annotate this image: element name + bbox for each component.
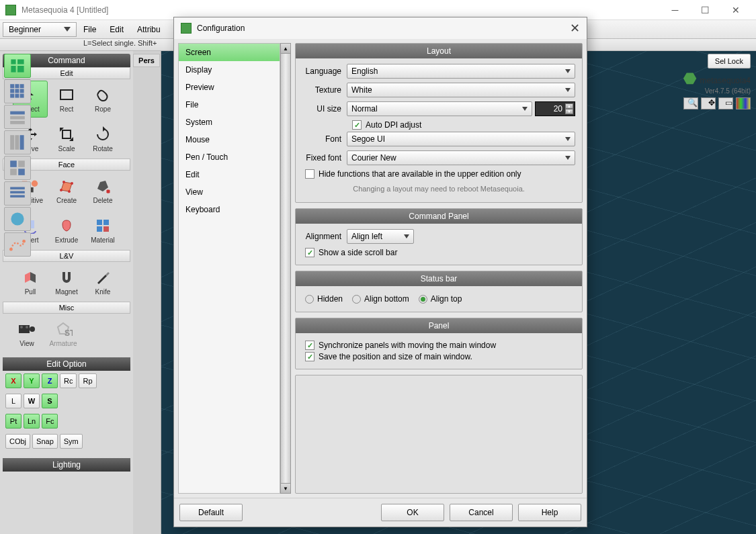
grid9-icon[interactable] xyxy=(4,79,31,103)
svg-rect-32 xyxy=(10,112,25,115)
grid-icon[interactable] xyxy=(4,54,31,78)
row-icon[interactable] xyxy=(4,105,31,129)
tool-pull[interactable]: Pull xyxy=(13,263,48,300)
save-position-checkbox[interactable]: Save the position and size of main windo… xyxy=(305,352,575,361)
axis-x[interactable]: X xyxy=(5,373,22,388)
cat-view[interactable]: View xyxy=(179,183,280,201)
cmdpanel-header: Command Panel xyxy=(296,209,582,224)
mode-dropdown[interactable]: Beginner xyxy=(3,22,77,37)
menu-file[interactable]: File xyxy=(77,20,103,39)
default-button[interactable]: Default xyxy=(179,504,243,521)
tool-view[interactable]: View xyxy=(9,315,44,352)
app-icon xyxy=(5,5,16,15)
reboot-hint: Changing a layout may need to reboot Met… xyxy=(302,181,575,197)
radio-align-bottom[interactable]: Align bottom xyxy=(352,294,409,304)
svg-text:STD: STD xyxy=(65,328,73,337)
brand: ⬣ metasequoia4 Ver4.7.5 (64bit) 🔍 ✥ ▭ xyxy=(683,70,751,109)
tool-extrude[interactable]: Extrude xyxy=(49,212,84,249)
cat-system[interactable]: System xyxy=(179,114,280,131)
opt-rc[interactable]: Rc xyxy=(60,373,77,388)
tool-create[interactable]: Create xyxy=(49,172,84,209)
spin-down-icon[interactable]: ▼ xyxy=(565,109,573,114)
opt-w[interactable]: W xyxy=(24,394,40,408)
opt-s[interactable]: S xyxy=(42,394,58,408)
cat-screen[interactable]: Screen xyxy=(179,44,280,61)
svg-point-6 xyxy=(62,181,65,183)
tab-pers[interactable]: Pers xyxy=(133,54,160,67)
uisize-dropdown[interactable]: Normal xyxy=(347,101,532,116)
panel-section: Panel Synchronize panels with moving the… xyxy=(295,318,583,369)
scroll-up-icon[interactable]: ▲ xyxy=(280,43,291,54)
font-dropdown[interactable]: Segoe UI xyxy=(347,132,575,146)
minimize-button[interactable]: ─ xyxy=(660,0,690,20)
scrollbar-checkbox[interactable]: Show a side scroll bar xyxy=(305,248,575,257)
dialog-titlebar[interactable]: Configuration ✕ xyxy=(174,17,587,39)
pan-icon[interactable]: ✥ xyxy=(701,97,716,109)
alignment-dropdown[interactable]: Align left xyxy=(347,229,414,244)
axis-z[interactable]: Z xyxy=(42,373,58,388)
tool-rope[interactable]: Rope xyxy=(85,81,120,118)
fixedfont-dropdown[interactable]: Courier New xyxy=(347,150,575,165)
tool-rotate[interactable]: Rotate xyxy=(85,120,120,157)
scroll-track[interactable] xyxy=(280,54,291,483)
cat-display[interactable]: Display xyxy=(179,61,280,79)
category-scrollbar[interactable]: ▲ ▼ xyxy=(280,43,291,494)
hide-upper-checkbox[interactable]: Hide functions that are available in the… xyxy=(305,169,575,179)
radio-hidden[interactable]: Hidden xyxy=(305,294,343,304)
col-icon[interactable] xyxy=(4,130,31,154)
spin-up-icon[interactable]: ▲ xyxy=(565,103,573,109)
opt-cobj[interactable]: CObj xyxy=(5,434,30,449)
tool-material[interactable]: Material xyxy=(85,212,120,249)
autodpi-checkbox[interactable]: Auto DPI adjust xyxy=(352,120,575,130)
edit-option-title: Edit Option xyxy=(3,357,130,371)
language-dropdown[interactable]: English xyxy=(347,64,575,79)
screen-icon[interactable]: ▭ xyxy=(718,97,733,109)
sel-lock-button[interactable]: Sel Lock xyxy=(708,54,751,69)
tool-magnet[interactable]: Magnet xyxy=(49,263,84,300)
maximize-button[interactable]: ☐ xyxy=(690,0,720,20)
mode-label: Beginner xyxy=(9,25,41,34)
cat-edit[interactable]: Edit xyxy=(179,166,280,183)
tool-armature[interactable]: STDArmature xyxy=(46,315,81,352)
scroll-down-icon[interactable]: ▼ xyxy=(280,483,291,494)
cancel-button[interactable]: Cancel xyxy=(450,504,513,521)
uisize-number[interactable]: 20▲▼ xyxy=(535,101,575,116)
tool-delete[interactable]: Delete xyxy=(85,172,120,209)
svg-rect-44 xyxy=(10,195,25,197)
cells-icon[interactable] xyxy=(4,156,31,180)
tool-knife[interactable]: Knife xyxy=(85,263,120,300)
close-button[interactable]: ✕ xyxy=(720,0,751,20)
cmdpanel-section: Command Panel Alignment Align left Show … xyxy=(295,208,583,265)
zoom-icon[interactable]: 🔍 xyxy=(683,97,698,109)
tool-rect[interactable]: Rect xyxy=(49,81,84,118)
cat-pen[interactable]: Pen / Touch xyxy=(179,148,280,166)
colors-icon[interactable] xyxy=(736,97,751,109)
svg-point-46 xyxy=(9,248,13,251)
tool-scale[interactable]: Scale xyxy=(49,120,84,157)
cat-keyboard[interactable]: Keyboard xyxy=(179,201,280,218)
list-icon[interactable] xyxy=(4,181,31,206)
texture-dropdown[interactable]: White xyxy=(347,83,575,97)
opt-snap[interactable]: Snap xyxy=(32,434,58,449)
svg-point-47 xyxy=(22,240,26,243)
opt-ln[interactable]: Ln xyxy=(24,414,40,429)
axis-y[interactable]: Y xyxy=(24,373,40,388)
circle-icon[interactable] xyxy=(4,207,31,231)
cat-preview[interactable]: Preview xyxy=(179,79,280,96)
sync-panels-checkbox[interactable]: Synchronize panels with moving the main … xyxy=(305,341,575,350)
menu-edit[interactable]: Edit xyxy=(103,20,130,39)
cat-mouse[interactable]: Mouse xyxy=(179,131,280,148)
radio-align-top[interactable]: Align top xyxy=(419,294,462,304)
opt-fc[interactable]: Fc xyxy=(42,414,58,429)
opt-pt[interactable]: Pt xyxy=(5,414,22,429)
cat-file[interactable]: File xyxy=(179,96,280,114)
opt-sym[interactable]: Sym xyxy=(60,434,83,449)
ok-button[interactable]: OK xyxy=(381,504,444,521)
curve-icon[interactable] xyxy=(4,232,31,257)
menu-attribute[interactable]: Attribu xyxy=(130,20,167,39)
help-button[interactable]: Help xyxy=(518,504,581,521)
opt-rp[interactable]: Rp xyxy=(79,373,96,388)
group-misc: Misc xyxy=(3,302,130,314)
opt-l[interactable]: L xyxy=(5,394,22,408)
dialog-close-button[interactable]: ✕ xyxy=(570,21,580,36)
